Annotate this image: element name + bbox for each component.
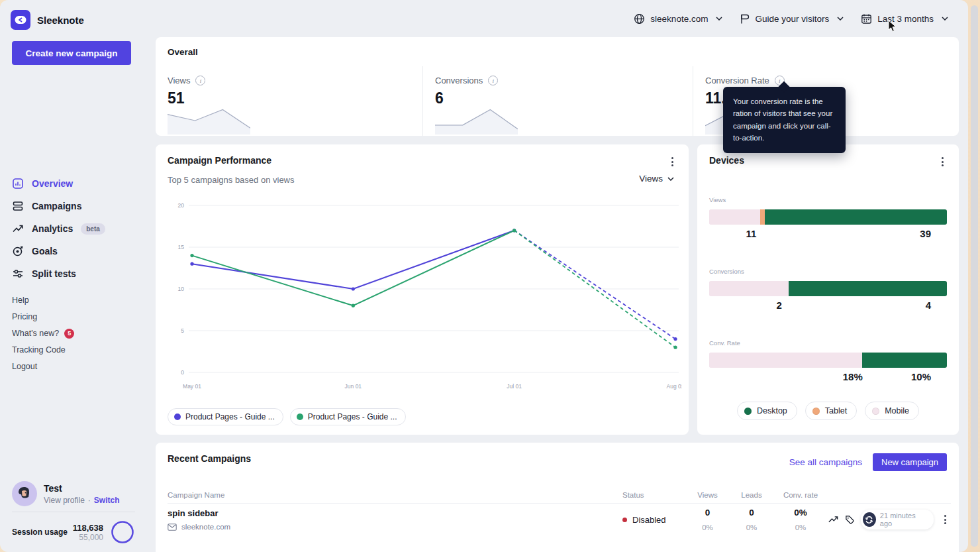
- legend-dot: [174, 414, 181, 420]
- link-help[interactable]: Help: [12, 295, 74, 305]
- analytics-trend-icon[interactable]: [828, 514, 839, 525]
- campaigns-icon: [12, 200, 24, 212]
- link-whats-new[interactable]: What's new? 5: [12, 328, 74, 339]
- performance-line-chart: 05101520May 01Jun 01Jul 01Aug 01: [162, 200, 682, 399]
- devices-title: Devices: [709, 155, 744, 166]
- date-range-label: Last 3 months: [877, 14, 934, 24]
- segment-mobile: [709, 353, 862, 368]
- devices-panel: Devices Views1139Conversions24Conv. Rate…: [697, 144, 959, 435]
- legend-label: Desktop: [757, 406, 787, 415]
- info-icon[interactable]: i: [195, 76, 205, 85]
- bar-right-value: 4: [926, 300, 931, 311]
- segment-mobile: [709, 209, 760, 225]
- svg-text:May 01: May 01: [183, 383, 201, 390]
- legend-dot: [812, 408, 820, 415]
- status-dot: [622, 518, 627, 522]
- segment-tablet: [760, 209, 765, 225]
- legend-label: Product Pages - Guide ...: [308, 412, 397, 421]
- performance-series-1-solid: [192, 231, 514, 305]
- link-logout[interactable]: Logout: [12, 361, 74, 372]
- view-profile-link[interactable]: View profile: [44, 496, 85, 505]
- campaign-type-selector[interactable]: Guide your visitors: [740, 13, 844, 25]
- calendar-icon: [861, 13, 872, 25]
- column-campaign-name: Campaign Name: [168, 491, 622, 499]
- campaign-performance-panel: Campaign Performance Top 5 campaigns bas…: [156, 144, 689, 435]
- metric-dropdown-value: Views: [639, 174, 663, 184]
- chevron-down-icon: [667, 177, 674, 181]
- sidebar-item-campaigns[interactable]: Campaigns: [12, 197, 105, 215]
- metric-dropdown[interactable]: Views: [639, 174, 674, 184]
- performance-series-0-solid: [192, 231, 514, 289]
- link-pricing[interactable]: Pricing: [12, 311, 74, 322]
- legend-tablet[interactable]: Tablet: [805, 402, 857, 420]
- session-usage-label: Session usage: [12, 527, 73, 537]
- campaign-performance-title: Campaign Performance: [168, 155, 271, 166]
- row-kebab-menu-icon[interactable]: [940, 513, 951, 526]
- legend-dot: [872, 408, 879, 415]
- svg-text:Jun 01: Jun 01: [345, 383, 362, 390]
- column-conv-rate: Conv. rate: [773, 491, 828, 499]
- device-stacked-bar: [709, 353, 947, 368]
- bar-right-value: 39: [920, 228, 931, 239]
- date-range-selector[interactable]: Last 3 months: [861, 13, 948, 25]
- campaign-domain: sleeknote.com: [181, 523, 230, 531]
- conversion-rate-tooltip: Your conversion rate is the ration of vi…: [723, 87, 846, 153]
- info-icon[interactable]: i: [488, 76, 498, 85]
- tag-icon[interactable]: [845, 514, 855, 525]
- sync-icon: [865, 516, 873, 524]
- brand-name: Sleeknote: [37, 15, 84, 26]
- brand-logo-row: Sleeknote: [11, 10, 84, 30]
- campaign-performance-subtitle: Top 5 campaigns based on views: [168, 175, 295, 185]
- legend-label: Mobile: [885, 406, 909, 415]
- envelope-icon: [168, 524, 177, 531]
- legend-series-2[interactable]: Product Pages - Guide ...: [290, 408, 406, 425]
- segment-desktop: [765, 209, 947, 225]
- row-conv: 0%: [773, 508, 828, 518]
- kebab-menu-icon[interactable]: [936, 155, 948, 168]
- switch-link[interactable]: Switch: [94, 496, 120, 505]
- svg-text:0: 0: [181, 369, 184, 376]
- split-tests-icon: [12, 268, 24, 280]
- segment-desktop: [862, 353, 947, 368]
- sidebar-item-goals[interactable]: Goals: [12, 243, 105, 260]
- sidebar-item-split-tests[interactable]: Split tests: [12, 265, 105, 282]
- campaign-name[interactable]: spin sidebar: [168, 508, 622, 518]
- legend-mobile[interactable]: Mobile: [865, 402, 919, 420]
- new-campaign-button[interactable]: New campaign: [873, 453, 947, 471]
- svg-text:10: 10: [178, 286, 185, 292]
- whats-new-label: What's new?: [12, 329, 59, 338]
- row-conv-sub: 0%: [773, 524, 828, 531]
- avatar[interactable]: [12, 481, 37, 506]
- beta-badge: beta: [81, 223, 105, 235]
- see-all-campaigns-link[interactable]: See all campaigns: [789, 457, 862, 467]
- stat-conversions-label: Conversions: [435, 76, 483, 85]
- last-updated-pill: 21 minutes ago: [861, 510, 934, 529]
- sidebar-item-label: Overview: [32, 178, 73, 189]
- kebab-menu-icon[interactable]: [666, 155, 678, 168]
- chart-legend: Product Pages - Guide ... Product Pages …: [168, 408, 406, 425]
- legend-series-1[interactable]: Product Pages - Guide ...: [168, 408, 283, 425]
- sidebar-item-analytics[interactable]: Analytics beta: [12, 220, 105, 237]
- sidebar-item-overview[interactable]: Overview: [12, 175, 105, 192]
- updater-avatar: [863, 512, 876, 527]
- views-sparkline: [168, 101, 250, 135]
- scrollbar[interactable]: [971, 5, 978, 547]
- device-group-label: Conv. Rate: [709, 339, 947, 347]
- chevron-down-icon: [942, 17, 948, 21]
- legend-label: Tablet: [825, 406, 847, 415]
- svg-text:5: 5: [181, 327, 184, 334]
- link-tracking-code[interactable]: Tracking Code: [12, 345, 74, 355]
- session-limit: 55,000: [73, 533, 103, 542]
- site-selector-label: sleeknote.com: [650, 14, 708, 24]
- separator: ·: [88, 496, 91, 505]
- site-selector[interactable]: sleeknote.com: [634, 13, 722, 25]
- session-used: 118,638: [73, 523, 103, 533]
- row-leads-sub: 0%: [730, 524, 773, 531]
- legend-desktop[interactable]: Desktop: [737, 402, 797, 420]
- table-row[interactable]: spin sidebar sleeknote.com Disabled 0 0%…: [168, 508, 951, 531]
- flag-icon: [740, 13, 750, 25]
- profile-block: Test View profile · Switch: [12, 481, 119, 506]
- analytics-icon: [12, 223, 24, 235]
- stat-views: Views i 51: [156, 66, 422, 136]
- create-campaign-button[interactable]: Create new campaign: [12, 41, 131, 65]
